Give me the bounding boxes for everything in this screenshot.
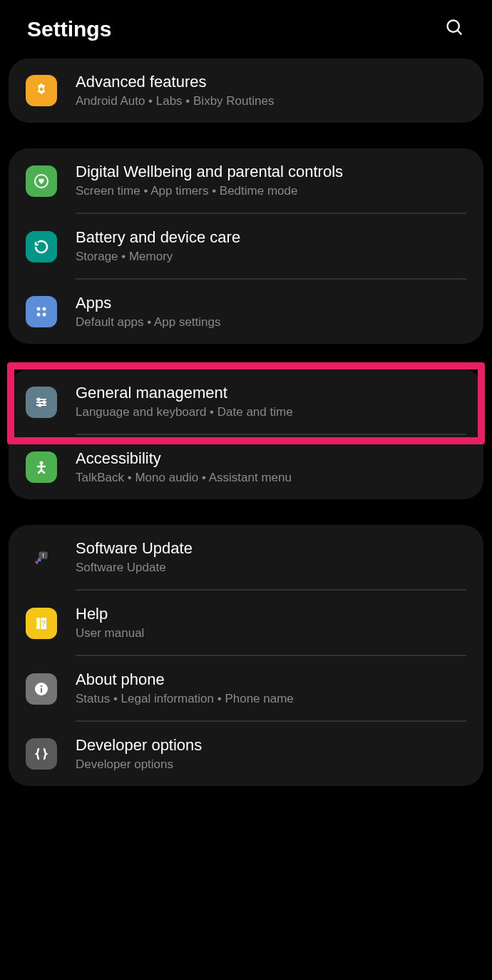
svg-text:?: ?	[41, 619, 46, 628]
settings-section: Advanced featuresAndroid Auto • Labs • B…	[9, 58, 483, 123]
sliders-icon	[26, 387, 57, 418]
item-subtitle: TalkBack • Mono audio • Assistant menu	[76, 471, 466, 485]
item-subtitle: Default apps • App settings	[76, 315, 466, 330]
settings-item-software-update[interactable]: !Software UpdateSoftware Update	[9, 525, 483, 590]
info-icon	[26, 673, 57, 705]
item-title: Advanced features	[76, 73, 466, 91]
heart-circle-icon	[26, 165, 57, 197]
settings-item-help[interactable]: ?HelpUser manual	[9, 591, 483, 655]
header: Settings	[0, 0, 492, 58]
item-content: Digital Wellbeing and parental controlsS…	[76, 163, 466, 213]
braces-icon	[26, 738, 57, 770]
svg-point-6	[37, 313, 41, 317]
item-subtitle: Storage • Memory	[76, 250, 466, 264]
item-title: Developer options	[76, 736, 466, 755]
gear-flower-icon	[26, 75, 57, 106]
item-title: Accessibility	[76, 449, 466, 468]
settings-item-apps[interactable]: AppsDefault apps • App settings	[9, 280, 483, 344]
settings-item-developer-options[interactable]: Developer optionsDeveloper options	[9, 722, 483, 786]
settings-section: !Software UpdateSoftware Update?HelpUser…	[9, 525, 483, 786]
item-title: Digital Wellbeing and parental controls	[76, 163, 466, 181]
item-subtitle: Software Update	[76, 561, 466, 575]
svg-rect-22	[41, 688, 42, 693]
item-content: AppsDefault apps • App settings	[76, 294, 466, 330]
item-title: General management	[76, 384, 466, 402]
item-content: HelpUser manual	[76, 605, 466, 655]
svg-line-1	[458, 31, 462, 35]
refresh-circle-icon	[26, 231, 57, 262]
search-icon	[445, 18, 465, 38]
item-content: Battery and device careStorage • Memory	[76, 228, 466, 279]
item-title: Help	[76, 605, 466, 623]
svg-point-13	[39, 404, 41, 406]
book-question-icon: ?	[26, 608, 57, 639]
update-arrow-icon: !	[26, 542, 57, 573]
person-icon	[26, 451, 57, 483]
settings-item-advanced-features[interactable]: Advanced featuresAndroid Auto • Labs • B…	[9, 58, 483, 123]
item-title: Apps	[76, 294, 466, 312]
item-subtitle: Developer options	[76, 757, 466, 772]
item-content: About phoneStatus • Legal information • …	[76, 670, 466, 721]
svg-point-7	[43, 313, 46, 317]
svg-point-0	[448, 21, 459, 32]
search-button[interactable]	[445, 18, 465, 41]
page-title: Settings	[27, 17, 111, 41]
settings-item-general-management[interactable]: General managementLanguage and keyboard …	[9, 369, 483, 434]
dots-grid-icon	[26, 296, 57, 327]
settings-item-battery-device-care[interactable]: Battery and device careStorage • Memory	[9, 214, 483, 279]
svg-text:!: !	[42, 552, 44, 558]
svg-point-2	[40, 88, 43, 91]
item-content: Advanced featuresAndroid Auto • Labs • B…	[76, 73, 466, 108]
svg-point-12	[43, 401, 46, 403]
settings-section: General managementLanguage and keyboard …	[9, 369, 483, 499]
item-title: Battery and device care	[76, 228, 466, 247]
svg-point-5	[43, 307, 46, 311]
svg-point-21	[41, 685, 43, 687]
item-content: AccessibilityTalkBack • Mono audio • Ass…	[76, 449, 466, 485]
item-content: General managementLanguage and keyboard …	[76, 384, 466, 434]
item-content: Software UpdateSoftware Update	[76, 539, 466, 590]
settings-item-about-phone[interactable]: About phoneStatus • Legal information • …	[9, 656, 483, 721]
item-subtitle: Android Auto • Labs • Bixby Routines	[76, 94, 466, 108]
settings-section: Digital Wellbeing and parental controlsS…	[9, 148, 483, 344]
item-subtitle: Language and keyboard • Date and time	[76, 405, 466, 419]
item-subtitle: User manual	[76, 626, 466, 640]
item-subtitle: Screen time • App timers • Bedtime mode	[76, 184, 466, 198]
svg-rect-17	[36, 618, 40, 629]
svg-point-4	[37, 307, 41, 311]
settings-item-accessibility[interactable]: AccessibilityTalkBack • Mono audio • Ass…	[9, 435, 483, 499]
item-title: About phone	[76, 670, 466, 689]
item-subtitle: Status • Legal information • Phone name	[76, 692, 466, 706]
settings-item-digital-wellbeing[interactable]: Digital Wellbeing and parental controlsS…	[9, 148, 483, 213]
svg-point-11	[38, 398, 40, 400]
item-content: Developer optionsDeveloper options	[76, 736, 466, 772]
item-title: Software Update	[76, 539, 466, 558]
